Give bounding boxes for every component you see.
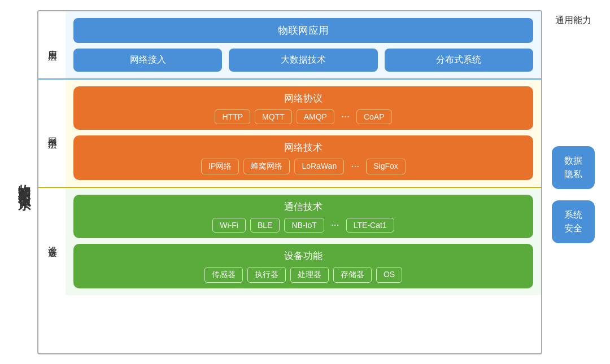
left-label: 物联网知识体系 [11,10,37,354]
comm-nbiot: NB-IoT [284,218,324,233]
data-privacy-button[interactable]: 数据隐私 [552,146,595,189]
dev-section: 设备层 通信技术 Wi-Fi BLE NB-IoT ··· LTE-Cat1 设… [38,188,541,295]
protocol-coap: CoAP [356,109,392,124]
protocol-title: 网络协议 [81,92,525,105]
comm-dots: ··· [329,218,342,233]
func-actuator: 执行器 [247,267,286,283]
func-title: 设备功能 [81,249,525,262]
protocol-amqp: AMQP [297,109,334,124]
net-content: 网络协议 HTTP MQTT AMQP ··· CoAP 网络技术 IP网络 蜂… [66,80,541,187]
net-tech-block: 网络技术 IP网络 蜂窝网络 LoRaWan ··· SigFox [73,135,533,180]
comm-title: 通信技术 [81,200,525,213]
net-tech-items: IP网络 蜂窝网络 LoRaWan ··· SigFox [81,159,525,174]
dev-content: 通信技术 Wi-Fi BLE NB-IoT ··· LTE-Cat1 设备功能 … [66,188,541,295]
comm-items: Wi-Fi BLE NB-IoT ··· LTE-Cat1 [81,218,525,233]
tech-ip: IP网络 [201,159,239,174]
func-items: 传感器 执行器 处理器 存储器 OS [81,267,525,283]
tech-dots: ··· [348,159,361,174]
app-section: 应用层 物联网应用 网络接入 大数据技术 分布式系统 [38,11,541,80]
protocol-dots: ··· [339,109,352,124]
comm-block: 通信技术 Wi-Fi BLE NB-IoT ··· LTE-Cat1 [73,195,533,238]
func-processor: 处理器 [290,267,329,283]
app-label: 应用层 [38,11,66,78]
right-panel: 通用能力 数据隐私 系统安全 [542,10,599,354]
app-content: 物联网应用 网络接入 大数据技术 分布式系统 [66,11,541,78]
iot-application-block: 物联网应用 [73,18,533,43]
func-block: 设备功能 传感器 执行器 处理器 存储器 OS [73,244,533,288]
main-container: 物联网知识体系 应用层 物联网应用 网络接入 大数据技术 分布式系统 网络层 网… [11,10,599,354]
protocol-items: HTTP MQTT AMQP ··· CoAP [81,109,525,124]
right-buttons-area: 数据隐私 系统安全 [552,36,595,354]
dev-label: 设备层 [38,188,66,295]
net-section: 网络层 网络协议 HTTP MQTT AMQP ··· CoAP 网络技术 [38,80,541,188]
tech-sigfox: SigFox [366,159,406,174]
system-security-button[interactable]: 系统安全 [552,200,595,243]
main-diagram: 应用层 物联网应用 网络接入 大数据技术 分布式系统 网络层 网络协议 HTTP [37,10,542,354]
func-os: OS [376,267,402,283]
tech-lorawan: LoRaWan [294,159,344,174]
distributed-block: 分布式系统 [385,49,533,72]
network-access-block: 网络接入 [73,49,222,72]
app-bottom-blocks: 网络接入 大数据技术 分布式系统 [73,49,533,72]
func-storage: 存储器 [333,267,372,283]
protocol-http: HTTP [215,109,250,124]
net-tech-title: 网络技术 [81,141,525,154]
comm-ble: BLE [250,218,280,233]
comm-ltecat1: LTE-Cat1 [346,218,394,233]
protocol-block: 网络协议 HTTP MQTT AMQP ··· CoAP [73,86,533,130]
tech-cellular: 蜂窝网络 [243,159,290,174]
right-title: 通用能力 [555,15,591,27]
protocol-mqtt: MQTT [255,109,292,124]
net-label: 网络层 [38,80,66,187]
comm-wifi: Wi-Fi [212,218,246,233]
func-sensor: 传感器 [204,267,243,283]
bigdata-block: 大数据技术 [229,49,377,72]
